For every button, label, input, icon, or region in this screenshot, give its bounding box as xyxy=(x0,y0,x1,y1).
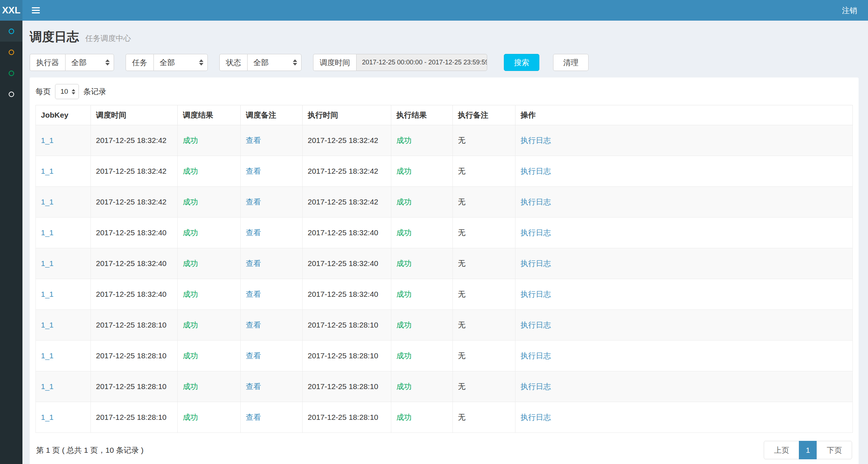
page-1-button[interactable]: 1 xyxy=(799,441,817,459)
app-logo[interactable]: XXL xyxy=(0,0,22,21)
table-row: 1_12017-12-25 18:32:40成功查看2017-12-25 18:… xyxy=(36,218,853,248)
trigger-msg-link[interactable]: 查看 xyxy=(246,382,261,391)
exec-log-link[interactable]: 执行日志 xyxy=(521,351,551,360)
trigger-time-cell: 2017-12-25 18:28:10 xyxy=(91,341,178,371)
page-size-suffix-label: 条记录 xyxy=(83,87,106,97)
next-page-button[interactable]: 下页 xyxy=(817,441,852,459)
handle-result-cell: 成功 xyxy=(391,218,453,248)
exec-log-link[interactable]: 执行日志 xyxy=(521,321,551,329)
jobkey-link[interactable]: 1_1 xyxy=(41,290,54,298)
main-row: 调度日志 任务调度中心 执行器 全部 任务 全部 xyxy=(0,21,868,464)
jobkey-link[interactable]: 1_1 xyxy=(41,228,54,237)
action-cell: 执行日志 xyxy=(515,125,853,156)
log-table: JobKey调度时间调度结果调度备注执行时间执行结果执行备注操作 1_12017… xyxy=(35,105,853,433)
table-row: 1_12017-12-25 18:32:40成功查看2017-12-25 18:… xyxy=(36,248,853,279)
table-row: 1_12017-12-25 18:28:10成功查看2017-12-25 18:… xyxy=(36,371,853,402)
exec-log-link[interactable]: 执行日志 xyxy=(521,167,551,175)
status-filter-label: 状态 xyxy=(219,54,247,71)
logout-link[interactable]: 注销 xyxy=(842,5,857,16)
exec-log-link[interactable]: 执行日志 xyxy=(521,228,551,237)
top-navbar: XXL 注销 xyxy=(0,0,868,21)
handle-result-cell: 成功 xyxy=(391,187,453,218)
jobkey-link[interactable]: 1_1 xyxy=(41,351,54,360)
table-row: 1_12017-12-25 18:32:42成功查看2017-12-25 18:… xyxy=(36,187,853,218)
sidebar-toggle-icon[interactable] xyxy=(32,7,40,13)
sidebar-item-4[interactable] xyxy=(0,84,22,105)
jobkey-link[interactable]: 1_1 xyxy=(41,382,54,391)
trigger-msg-link[interactable]: 查看 xyxy=(246,290,261,298)
trigger-msg-link[interactable]: 查看 xyxy=(246,228,261,237)
page-size-row: 每页 10 条记录 xyxy=(35,84,853,99)
circle-icon xyxy=(9,71,14,76)
trigger-msg-link[interactable]: 查看 xyxy=(246,351,261,360)
handle-result-cell: 成功 xyxy=(391,402,453,433)
jobkey-link[interactable]: 1_1 xyxy=(41,136,54,144)
jobkey-cell: 1_1 xyxy=(36,402,91,433)
jobkey-link[interactable]: 1_1 xyxy=(41,198,54,206)
sidebar-item-3[interactable] xyxy=(0,63,22,84)
content: 调度日志 任务调度中心 执行器 全部 任务 全部 xyxy=(22,21,868,464)
trigger-result-cell: 成功 xyxy=(178,187,241,218)
circle-icon xyxy=(9,50,14,55)
trigger-msg-link[interactable]: 查看 xyxy=(246,167,261,175)
trigger-time-range-input[interactable]: 2017-12-25 00:00:00 - 2017-12-25 23:59:5… xyxy=(356,54,487,71)
page-title: 调度日志 xyxy=(30,30,79,43)
trigger-result-cell: 成功 xyxy=(178,218,241,248)
trigger-msg-link[interactable]: 查看 xyxy=(246,413,261,421)
column-header: 调度时间 xyxy=(91,105,178,125)
status-select-value: 全部 xyxy=(253,58,287,68)
action-cell: 执行日志 xyxy=(515,402,853,433)
handle-time-cell: 2017-12-25 18:32:42 xyxy=(303,156,391,187)
table-row: 1_12017-12-25 18:32:42成功查看2017-12-25 18:… xyxy=(36,125,853,156)
status-select[interactable]: 全部 xyxy=(247,54,302,71)
job-filter-label: 任务 xyxy=(126,54,153,71)
pagination-summary: 第 1 页 ( 总共 1 页，10 条记录 ) xyxy=(36,445,143,455)
sidebar xyxy=(0,21,22,464)
handle-time-cell: 2017-12-25 18:32:40 xyxy=(303,248,391,279)
jobkey-link[interactable]: 1_1 xyxy=(41,413,54,421)
select-arrows-icon xyxy=(199,59,203,66)
handle-result-cell: 成功 xyxy=(391,310,453,341)
trigger-result-cell: 成功 xyxy=(178,279,241,310)
exec-log-link[interactable]: 执行日志 xyxy=(521,290,551,298)
trigger-result-cell: 成功 xyxy=(178,341,241,371)
executor-select[interactable]: 全部 xyxy=(65,54,114,71)
prev-page-button[interactable]: 上页 xyxy=(764,441,799,459)
page-subtitle: 任务调度中心 xyxy=(85,34,131,42)
trigger-time-cell: 2017-12-25 18:32:42 xyxy=(91,125,178,156)
job-select[interactable]: 全部 xyxy=(153,54,208,71)
handle-time-cell: 2017-12-25 18:32:40 xyxy=(303,279,391,310)
table-row: 1_12017-12-25 18:28:10成功查看2017-12-25 18:… xyxy=(36,341,853,371)
exec-log-link[interactable]: 执行日志 xyxy=(521,413,551,421)
clear-button[interactable]: 清理 xyxy=(553,54,589,71)
jobkey-link[interactable]: 1_1 xyxy=(41,321,54,329)
handle-time-cell: 2017-12-25 18:32:40 xyxy=(303,218,391,248)
circle-icon xyxy=(9,92,14,97)
page-size-select[interactable]: 10 xyxy=(55,84,79,99)
sidebar-item-1[interactable] xyxy=(0,21,22,42)
executor-select-value: 全部 xyxy=(71,58,100,68)
table-row: 1_12017-12-25 18:28:10成功查看2017-12-25 18:… xyxy=(36,310,853,341)
sidebar-item-2[interactable] xyxy=(0,42,22,63)
trigger-msg-link[interactable]: 查看 xyxy=(246,136,261,144)
action-cell: 执行日志 xyxy=(515,279,853,310)
search-button[interactable]: 搜索 xyxy=(504,54,539,71)
exec-log-link[interactable]: 执行日志 xyxy=(521,198,551,206)
trigger-result-cell: 成功 xyxy=(178,125,241,156)
exec-log-link[interactable]: 执行日志 xyxy=(521,136,551,144)
jobkey-link[interactable]: 1_1 xyxy=(41,167,54,175)
jobkey-link[interactable]: 1_1 xyxy=(41,259,54,267)
trigger-msg-cell: 查看 xyxy=(241,371,303,402)
trigger-time-cell: 2017-12-25 18:28:10 xyxy=(91,310,178,341)
page-size-value: 10 xyxy=(60,88,68,96)
exec-log-link[interactable]: 执行日志 xyxy=(521,259,551,267)
trigger-msg-link[interactable]: 查看 xyxy=(246,321,261,329)
trigger-msg-link[interactable]: 查看 xyxy=(246,259,261,267)
trigger-msg-link[interactable]: 查看 xyxy=(246,198,261,206)
trigger-time-cell: 2017-12-25 18:28:10 xyxy=(91,402,178,433)
filter-group-status: 状态 全部 xyxy=(219,54,302,71)
column-header: 调度结果 xyxy=(178,105,241,125)
column-header: 执行时间 xyxy=(303,105,391,125)
trigger-msg-cell: 查看 xyxy=(241,125,303,156)
exec-log-link[interactable]: 执行日志 xyxy=(521,382,551,391)
